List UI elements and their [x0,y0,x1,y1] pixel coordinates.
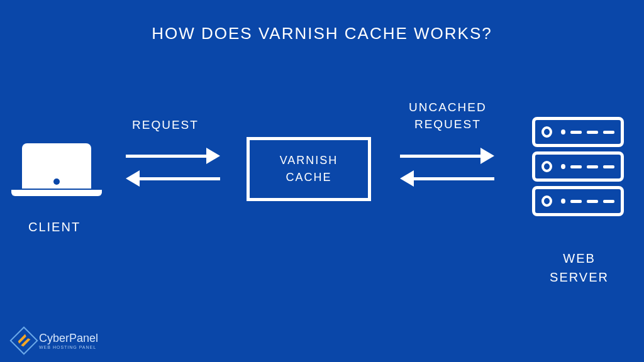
diagram-canvas: CLIENT REQUEST VARNISH CACHE UNCACHED RE… [0,94,644,308]
arrow-right-icon [126,145,220,167]
varnish-cache-label: VARNISH CACHE [280,152,338,186]
arrow-left-icon [400,167,494,190]
client-label: CLIENT [28,220,80,234]
diagram-title: HOW DOES VARNISH CACHE WORKS? [0,0,644,43]
brand-name: CyberPanel [39,332,98,345]
server-unit [532,186,624,216]
arrow-right-icon [400,145,494,167]
request-label: REQUEST [132,118,199,132]
server-unit [532,117,624,147]
uncached-request-label: UNCACHED REQUEST [409,99,487,133]
brand-logo: CyberPanel WEB HOSTING PANEL [14,331,98,351]
brand-tagline: WEB HOSTING PANEL [39,345,98,349]
varnish-cache-box: VARNISH CACHE [247,137,371,201]
server-unit [532,151,624,182]
brand-logo-icon [9,326,38,354]
server-label: WEB SERVER [550,249,609,287]
server-stack-icon [532,117,624,221]
laptop-icon [22,143,102,196]
arrow-left-icon [126,167,220,190]
arrows-cache-server [400,145,494,190]
arrows-client-cache [126,145,220,190]
